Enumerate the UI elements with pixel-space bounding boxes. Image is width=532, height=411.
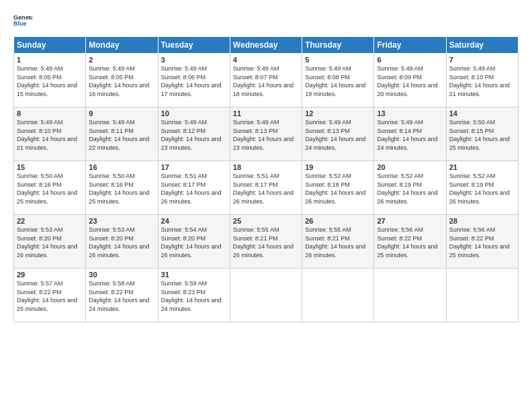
day-number: 27 bbox=[377, 217, 443, 225]
day-number: 16 bbox=[89, 163, 154, 171]
day-number: 13 bbox=[377, 109, 443, 118]
day-info: Sunrise: 5:49 AM Sunset: 8:14 PM Dayligh… bbox=[377, 118, 443, 152]
day-info: Sunrise: 5:52 AM Sunset: 8:19 PM Dayligh… bbox=[449, 172, 515, 205]
day-info: Sunrise: 5:49 AM Sunset: 8:08 PM Dayligh… bbox=[305, 64, 371, 98]
day-info: Sunrise: 5:52 AM Sunset: 8:18 PM Dayligh… bbox=[305, 172, 371, 205]
calendar-cell: 17 Sunrise: 5:51 AM Sunset: 8:17 PM Dayl… bbox=[158, 161, 230, 215]
logo: General Blue bbox=[13, 11, 32, 30]
calendar-cell: 29 Sunrise: 5:57 AM Sunset: 8:22 PM Dayl… bbox=[14, 269, 86, 322]
day-header-tuesday: Tuesday bbox=[158, 37, 230, 54]
day-info: Sunrise: 5:55 AM Sunset: 8:21 PM Dayligh… bbox=[305, 226, 371, 259]
day-info: Sunrise: 5:49 AM Sunset: 8:10 PM Dayligh… bbox=[449, 64, 515, 98]
calendar-cell: 28 Sunrise: 5:56 AM Sunset: 8:22 PM Dayl… bbox=[446, 215, 518, 269]
day-number: 2 bbox=[89, 56, 154, 64]
calendar-cell: 1 Sunrise: 5:49 AM Sunset: 8:05 PM Dayli… bbox=[14, 54, 86, 107]
day-info: Sunrise: 5:58 AM Sunset: 8:22 PM Dayligh… bbox=[89, 279, 154, 313]
day-number: 5 bbox=[305, 56, 371, 64]
day-info: Sunrise: 5:49 AM Sunset: 8:05 PM Dayligh… bbox=[17, 64, 83, 98]
day-info: Sunrise: 5:49 AM Sunset: 8:13 PM Dayligh… bbox=[233, 118, 299, 152]
day-info: Sunrise: 5:56 AM Sunset: 8:22 PM Dayligh… bbox=[377, 226, 443, 259]
day-number: 11 bbox=[233, 109, 299, 118]
day-number: 15 bbox=[17, 163, 83, 171]
day-number: 3 bbox=[161, 56, 227, 64]
day-info: Sunrise: 5:50 AM Sunset: 8:16 PM Dayligh… bbox=[89, 172, 154, 205]
day-info: Sunrise: 5:54 AM Sunset: 8:20 PM Dayligh… bbox=[161, 226, 227, 259]
day-number: 21 bbox=[449, 163, 515, 171]
day-number: 28 bbox=[449, 217, 515, 225]
calendar-cell: 23 Sunrise: 5:53 AM Sunset: 8:20 PM Dayl… bbox=[86, 215, 158, 269]
day-number: 8 bbox=[17, 109, 83, 118]
calendar-cell: 9 Sunrise: 5:49 AM Sunset: 8:11 PM Dayli… bbox=[86, 107, 158, 161]
day-info: Sunrise: 5:49 AM Sunset: 8:12 PM Dayligh… bbox=[161, 118, 227, 152]
calendar-cell: 13 Sunrise: 5:49 AM Sunset: 8:14 PM Dayl… bbox=[374, 107, 446, 161]
day-header-sunday: Sunday bbox=[14, 37, 86, 54]
day-header-friday: Friday bbox=[374, 37, 446, 54]
day-number: 9 bbox=[89, 109, 154, 118]
day-info: Sunrise: 5:49 AM Sunset: 8:05 PM Dayligh… bbox=[89, 64, 154, 98]
day-info: Sunrise: 5:49 AM Sunset: 8:13 PM Dayligh… bbox=[305, 118, 371, 152]
calendar-cell: 3 Sunrise: 5:49 AM Sunset: 8:06 PM Dayli… bbox=[158, 54, 230, 107]
day-number: 24 bbox=[161, 217, 227, 225]
calendar-cell: 19 Sunrise: 5:52 AM Sunset: 8:18 PM Dayl… bbox=[302, 161, 374, 215]
calendar-cell: 31 Sunrise: 5:59 AM Sunset: 8:23 PM Dayl… bbox=[158, 269, 230, 322]
calendar-cell: 10 Sunrise: 5:49 AM Sunset: 8:12 PM Dayl… bbox=[158, 107, 230, 161]
calendar-cell: 5 Sunrise: 5:49 AM Sunset: 8:08 PM Dayli… bbox=[302, 54, 374, 107]
calendar-cell bbox=[446, 269, 518, 322]
day-header-thursday: Thursday bbox=[302, 37, 374, 54]
day-number: 22 bbox=[17, 217, 83, 225]
day-info: Sunrise: 5:57 AM Sunset: 8:22 PM Dayligh… bbox=[17, 279, 83, 313]
calendar-cell: 6 Sunrise: 5:49 AM Sunset: 8:09 PM Dayli… bbox=[374, 54, 446, 107]
calendar-cell bbox=[374, 269, 446, 322]
day-number: 29 bbox=[17, 271, 83, 279]
calendar-cell: 25 Sunrise: 5:55 AM Sunset: 8:21 PM Dayl… bbox=[230, 215, 302, 269]
day-number: 14 bbox=[449, 109, 515, 118]
day-number: 6 bbox=[377, 56, 443, 64]
day-number: 25 bbox=[233, 217, 299, 225]
calendar-cell: 15 Sunrise: 5:50 AM Sunset: 8:16 PM Dayl… bbox=[14, 161, 86, 215]
day-info: Sunrise: 5:53 AM Sunset: 8:20 PM Dayligh… bbox=[17, 226, 83, 259]
day-header-monday: Monday bbox=[86, 37, 158, 54]
calendar-cell: 20 Sunrise: 5:52 AM Sunset: 8:19 PM Dayl… bbox=[374, 161, 446, 215]
day-info: Sunrise: 5:53 AM Sunset: 8:20 PM Dayligh… bbox=[89, 226, 154, 259]
day-number: 10 bbox=[161, 109, 227, 118]
calendar-cell: 7 Sunrise: 5:49 AM Sunset: 8:10 PM Dayli… bbox=[446, 54, 518, 107]
day-info: Sunrise: 5:59 AM Sunset: 8:23 PM Dayligh… bbox=[161, 279, 227, 313]
day-number: 23 bbox=[89, 217, 154, 225]
calendar-cell: 30 Sunrise: 5:58 AM Sunset: 8:22 PM Dayl… bbox=[86, 269, 158, 322]
day-number: 7 bbox=[449, 56, 515, 64]
calendar-cell: 22 Sunrise: 5:53 AM Sunset: 8:20 PM Dayl… bbox=[14, 215, 86, 269]
day-info: Sunrise: 5:52 AM Sunset: 8:19 PM Dayligh… bbox=[377, 172, 443, 205]
day-number: 4 bbox=[233, 56, 299, 64]
svg-text:Blue: Blue bbox=[13, 20, 27, 27]
calendar-cell: 8 Sunrise: 5:49 AM Sunset: 8:10 PM Dayli… bbox=[14, 107, 86, 161]
calendar-cell: 12 Sunrise: 5:49 AM Sunset: 8:13 PM Dayl… bbox=[302, 107, 374, 161]
day-info: Sunrise: 5:50 AM Sunset: 8:16 PM Dayligh… bbox=[17, 172, 83, 205]
day-info: Sunrise: 5:49 AM Sunset: 8:10 PM Dayligh… bbox=[17, 118, 83, 152]
calendar-cell bbox=[302, 269, 374, 322]
day-info: Sunrise: 5:50 AM Sunset: 8:15 PM Dayligh… bbox=[449, 118, 515, 152]
calendar-cell: 26 Sunrise: 5:55 AM Sunset: 8:21 PM Dayl… bbox=[302, 215, 374, 269]
day-info: Sunrise: 5:56 AM Sunset: 8:22 PM Dayligh… bbox=[449, 226, 515, 259]
calendar-cell: 16 Sunrise: 5:50 AM Sunset: 8:16 PM Dayl… bbox=[86, 161, 158, 215]
day-info: Sunrise: 5:49 AM Sunset: 8:07 PM Dayligh… bbox=[233, 64, 299, 98]
calendar-cell: 18 Sunrise: 5:51 AM Sunset: 8:17 PM Dayl… bbox=[230, 161, 302, 215]
day-info: Sunrise: 5:55 AM Sunset: 8:21 PM Dayligh… bbox=[233, 226, 299, 259]
calendar-cell bbox=[230, 269, 302, 322]
calendar-cell: 27 Sunrise: 5:56 AM Sunset: 8:22 PM Dayl… bbox=[374, 215, 446, 269]
day-info: Sunrise: 5:51 AM Sunset: 8:17 PM Dayligh… bbox=[161, 172, 227, 205]
day-number: 30 bbox=[89, 271, 154, 279]
calendar-cell: 4 Sunrise: 5:49 AM Sunset: 8:07 PM Dayli… bbox=[230, 54, 302, 107]
calendar-cell: 2 Sunrise: 5:49 AM Sunset: 8:05 PM Dayli… bbox=[86, 54, 158, 107]
day-info: Sunrise: 5:49 AM Sunset: 8:11 PM Dayligh… bbox=[89, 118, 154, 152]
day-number: 18 bbox=[233, 163, 299, 171]
day-number: 20 bbox=[377, 163, 443, 171]
calendar-cell: 21 Sunrise: 5:52 AM Sunset: 8:19 PM Dayl… bbox=[446, 161, 518, 215]
day-number: 17 bbox=[161, 163, 227, 171]
day-info: Sunrise: 5:51 AM Sunset: 8:17 PM Dayligh… bbox=[233, 172, 299, 205]
day-info: Sunrise: 5:49 AM Sunset: 8:09 PM Dayligh… bbox=[377, 64, 443, 98]
day-header-wednesday: Wednesday bbox=[230, 37, 302, 54]
day-number: 31 bbox=[161, 271, 227, 279]
day-header-saturday: Saturday bbox=[446, 37, 518, 54]
calendar-table: SundayMondayTuesdayWednesdayThursdayFrid… bbox=[13, 36, 519, 322]
day-number: 1 bbox=[17, 56, 83, 64]
